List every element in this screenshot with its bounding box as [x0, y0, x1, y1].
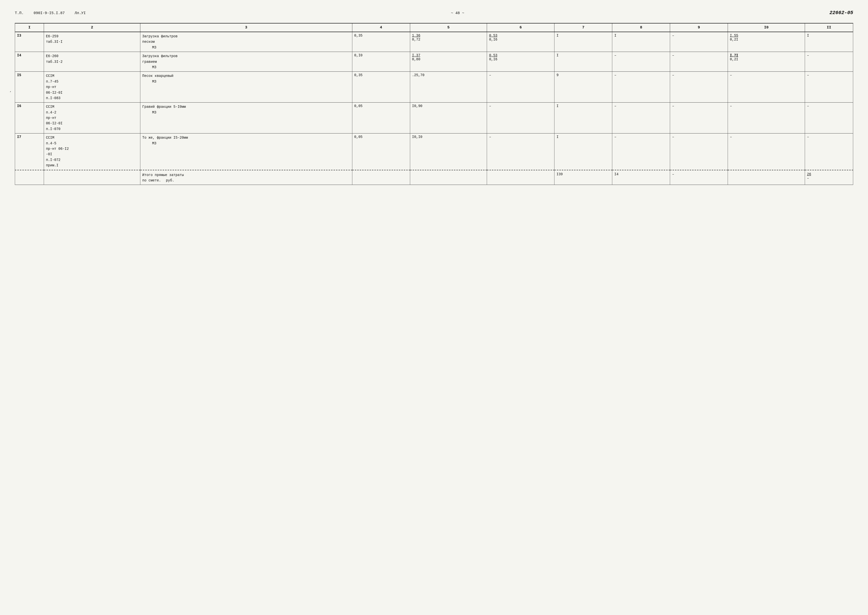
col-header-1: I [15, 23, 44, 32]
total-col7: I39 [555, 170, 612, 185]
total-col11: 26– [805, 170, 853, 185]
row-i7-col2: ССIМп.4-5пр-нт 06-I2-0Iп.I-072прим.I [44, 133, 140, 170]
row-i7-col9: – [670, 133, 728, 170]
col-header-7: 7 [555, 23, 612, 32]
row-i5-col5: .25,70 [410, 72, 487, 103]
total-col2 [44, 170, 140, 185]
row-id-i5: I5 [15, 72, 44, 103]
header-page-center: ~ 48 ~ [96, 11, 820, 15]
row-i6-col8: – [612, 103, 670, 133]
row-i6-col11: – [805, 103, 853, 133]
total-col5 [410, 170, 487, 185]
row-i4-col6: 0,530,I6 [487, 52, 555, 72]
row-i4-col11: – [805, 52, 853, 72]
header-doc-number: 090I-9-I5.I.87 [34, 11, 65, 15]
row-i4-col9: – [670, 52, 728, 72]
header-doc-code: 22662-05 [829, 10, 853, 16]
row-id-i6: I6 [15, 103, 44, 133]
row-i7-col3: То же, фракции I5-20ммМЗ [140, 133, 352, 170]
col-header-2: 2 [44, 23, 140, 32]
row-i3-col10: I,550,2I [728, 32, 805, 52]
table-row: I4 Е6-260таб.3I-2 Загрузка фильтровграви… [15, 52, 853, 72]
row-i7-col8: – [612, 133, 670, 170]
row-i4-col2: Е6-260таб.3I-2 [44, 52, 140, 72]
row-i4-col8: – [612, 52, 670, 72]
row-i4-col7: I [555, 52, 612, 72]
row-i5-col7: 9 [555, 72, 612, 103]
row-i5-col2: ССIМп.7-45пр-нт06-I2-0Iп.I-083 [44, 72, 140, 103]
total-col9: – [670, 170, 728, 185]
row-i4-col10: I,7I0,2I [728, 52, 805, 72]
table-row: I6 ССIМп.4-2пр-нт06-I2-0Iп.I-070 Гравий … [15, 103, 853, 133]
row-i3-col5: 1,360,72 [410, 32, 487, 52]
row-i3-col3: Загрузка фильтровпескомМЗ [140, 32, 352, 52]
total-col3: Итого прямые затратыпо смете.руб. [140, 170, 352, 185]
total-col8: I4 [612, 170, 670, 185]
row-i5-col6: – [487, 72, 555, 103]
row-i3-col2: Е6-259таб.3I-I [44, 32, 140, 52]
main-table: I 2 3 4 5 6 7 8 9 I0 II I3 Е6-259таб.3I-… [15, 23, 853, 185]
row-i4-col3: Загрузка фильтровгравиемМЗ [140, 52, 352, 72]
row-i5-col11: – [805, 72, 853, 103]
row-id-i4: I4 [15, 52, 44, 72]
col-header-10: I0 [728, 23, 805, 32]
row-i6-col6: – [487, 103, 555, 133]
row-i7-col4: 0,05 [352, 133, 410, 170]
row-i6-col2: ССIМп.4-2пр-нт06-I2-0Iп.I-070 [44, 103, 140, 133]
row-i6-col4: 0,05 [352, 103, 410, 133]
row-i3-col4: 0,35 [352, 32, 410, 52]
total-col4 [352, 170, 410, 185]
table-row: I3 Е6-259таб.3I-I Загрузка фильтровпеско… [15, 32, 853, 52]
row-i5-col8: – [612, 72, 670, 103]
row-i3-col9: – [670, 32, 728, 52]
row-i6-col5: I0,90 [410, 103, 487, 133]
table-row: I7 ССIМп.4-5пр-нт 06-I2-0Iп.I-072прим.I … [15, 133, 853, 170]
table-header-row: I 2 3 4 5 6 7 8 9 I0 II [15, 23, 853, 32]
col-header-8: 8 [612, 23, 670, 32]
row-i5-col4: 0,35 [352, 72, 410, 103]
side-mark: , [10, 89, 12, 93]
row-id-i7: I7 [15, 133, 44, 170]
row-i6-col10: – [728, 103, 805, 133]
row-i6-col7: I [555, 103, 612, 133]
row-i4-col5: I,370,80 [410, 52, 487, 72]
col-header-6: 6 [487, 23, 555, 32]
col-header-11: II [805, 23, 853, 32]
row-i6-col9: – [670, 103, 728, 133]
col-header-5: 5 [410, 23, 487, 32]
row-i7-col11: – [805, 133, 853, 170]
total-row: Итого прямые затратыпо смете.руб. I39 I4… [15, 170, 853, 185]
total-col6 [487, 170, 555, 185]
row-id-i3: I3 [15, 32, 44, 52]
row-i3-col11: I [805, 32, 853, 52]
row-i7-col6: – [487, 133, 555, 170]
row-i5-col9: – [670, 72, 728, 103]
row-i7-col10: – [728, 133, 805, 170]
row-i3-col6: 0,530,I6 [487, 32, 555, 52]
row-i6-col3: Гравий фракции 5-I0ммМЗ [140, 103, 352, 133]
row-i3-col7: I [555, 32, 612, 52]
row-i4-col4: 0,I0 [352, 52, 410, 72]
row-i7-col7: I [555, 133, 612, 170]
header-prefix: Т.П. [15, 11, 24, 15]
row-i5-col3: Песок кварцевыйМЗ [140, 72, 352, 103]
col-header-3: 3 [140, 23, 352, 32]
row-i7-col5: I0,I0 [410, 133, 487, 170]
header-sheet-label: Лл.УI [75, 11, 86, 15]
row-i3-col8: I [612, 32, 670, 52]
total-col1 [15, 170, 44, 185]
total-col10 [728, 170, 805, 185]
col-header-4: 4 [352, 23, 410, 32]
header: Т.П. 090I-9-I5.I.87 Лл.УI ~ 48 ~ 22662-0… [15, 10, 853, 16]
table-row: I5 ССIМп.7-45пр-нт06-I2-0Iп.I-083 Песок … [15, 72, 853, 103]
col-header-9: 9 [670, 23, 728, 32]
row-i5-col10: – [728, 72, 805, 103]
